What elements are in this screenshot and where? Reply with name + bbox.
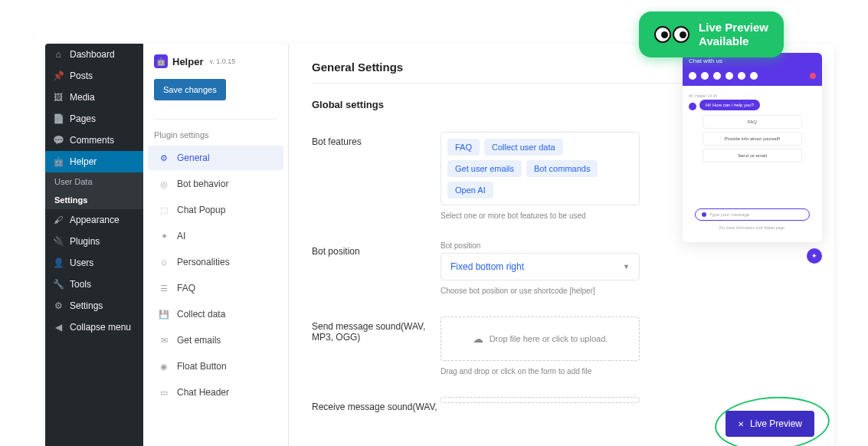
- social-icon: [713, 72, 721, 80]
- main-content: General Settings Global settings Bot fea…: [289, 44, 834, 446]
- plugin-tab-label: General: [177, 152, 210, 163]
- plugin-tab-faq[interactable]: ☰FAQ: [148, 276, 283, 300]
- collapse-icon: ◀: [53, 322, 64, 333]
- plugin-tab-chat-header[interactable]: ▭Chat Header: [148, 380, 283, 405]
- wp-menu-appearance[interactable]: 🖌Appearance: [45, 209, 143, 231]
- dashboard-icon: ⌂: [53, 49, 64, 60]
- plugin-tab-float-button[interactable]: ◉Float Button: [148, 354, 283, 379]
- wp-admin-sidebar: ⌂Dashboard📌Posts🖼Media📄Pages💬Comments🤖He…: [45, 44, 143, 446]
- helper-logo-icon: 🤖: [154, 54, 168, 68]
- wp-menu-pages[interactable]: 📄Pages: [45, 108, 143, 130]
- wp-menu-posts[interactable]: 📌Posts: [45, 65, 143, 87]
- menu-label: Comments: [70, 135, 114, 146]
- chat-bubble: Hi! How can i help you?: [699, 100, 760, 110]
- plugin-tab-label: Chat Header: [177, 387, 229, 398]
- live-preview-label: Live Preview: [750, 418, 802, 429]
- field-bot-position: Bot position Bot position Fixed bottom r…: [312, 241, 811, 295]
- wp-menu-users[interactable]: 👤Users: [45, 252, 143, 274]
- wp-menu-settings[interactable]: ⚙Settings: [45, 295, 143, 316]
- close-icon: ✕: [738, 420, 744, 428]
- wp-menu-dashboard[interactable]: ⌂Dashboard: [45, 44, 143, 65]
- feature-chip[interactable]: Open AI: [447, 182, 493, 198]
- wp-menu-comments[interactable]: 💬Comments: [45, 130, 143, 151]
- plugin-tab-collect-data[interactable]: 💾Collect data: [148, 302, 283, 326]
- plugin-tab-ai[interactable]: ✦AI: [148, 224, 283, 248]
- menu-label: Settings: [70, 300, 103, 311]
- wp-menu-tools[interactable]: 🔧Tools: [45, 274, 143, 295]
- menu-label: Pages: [70, 113, 96, 124]
- live-preview-button-wrap: ✕ Live Preview: [726, 411, 814, 437]
- field-send-sound: Send message sound(WAV, MP3, OGG) ☁ Drop…: [312, 316, 811, 375]
- wp-submenu-user-data[interactable]: User Data: [45, 172, 143, 191]
- social-icon: [689, 72, 696, 80]
- menu-label: Plugins: [70, 236, 100, 247]
- plugin-name: Helper: [172, 56, 203, 67]
- bot-position-select[interactable]: Fixed bottom right ▼: [441, 253, 640, 280]
- settings-icon: ⚙: [53, 300, 64, 311]
- chat-option: Provide info about yourself!: [703, 132, 802, 146]
- hint-text: Select one or more bot features to be us…: [441, 212, 640, 220]
- feature-chip[interactable]: Collect user data: [484, 139, 563, 156]
- wp-submenu-settings[interactable]: Settings: [45, 191, 143, 209]
- send-sound-dropzone[interactable]: ☁ Drop file here or click to upload.: [441, 316, 640, 361]
- popup-icon: ⬚: [159, 205, 169, 215]
- plugin-tab-label: Personalities: [177, 257, 230, 267]
- social-icon: [738, 72, 745, 80]
- plugin-tab-get-emails[interactable]: ✉Get emails: [148, 328, 283, 353]
- wp-menu-collapse-menu[interactable]: ◀Collapse menu: [45, 316, 143, 338]
- receive-sound-dropzone[interactable]: [441, 397, 640, 403]
- ai-icon: ✦: [159, 231, 169, 241]
- field-receive-sound: Receive message sound(WAV,: [312, 397, 811, 412]
- header-icon: ▭: [159, 387, 169, 398]
- plugin-tab-bot-behavior[interactable]: ◎Bot behavior: [148, 172, 283, 196]
- chat-preview-panel: Chat with us Mr. Helper 14:34 Hi! How ca…: [683, 53, 822, 242]
- plugin-version: v. 1.0.15: [209, 57, 235, 65]
- wp-menu-media[interactable]: 🖼Media: [45, 87, 143, 108]
- plugin-tab-label: Bot behavior: [177, 179, 228, 189]
- cloud-upload-icon: ☁: [473, 333, 483, 345]
- plugin-tab-label: AI: [177, 231, 185, 241]
- live-preview-badge-text: Live Preview Available: [699, 21, 768, 48]
- bot-avatar-icon: [689, 103, 696, 110]
- feature-chip[interactable]: FAQ: [447, 139, 480, 156]
- hint-text: Choose bot position or use shortcode [he…: [441, 287, 640, 295]
- menu-label: Media: [70, 92, 95, 103]
- plugins-icon: 🔌: [53, 236, 64, 247]
- pages-icon: 📄: [53, 113, 64, 124]
- faq-icon: ☰: [159, 283, 169, 294]
- field-label: Send message sound(WAV, MP3, OGG): [312, 316, 441, 343]
- menu-label: Helper: [70, 156, 97, 167]
- posts-icon: 📌: [53, 71, 64, 81]
- bot-features-chips[interactable]: FAQCollect user dataGet user emailsBot c…: [441, 132, 640, 205]
- plugin-tab-chat-popup[interactable]: ⬚Chat Popup: [148, 198, 283, 222]
- wp-menu-plugins[interactable]: 🔌Plugins: [45, 231, 143, 252]
- field-label: Bot features: [312, 132, 441, 147]
- feature-chip[interactable]: Get user emails: [447, 160, 522, 177]
- live-preview-badge[interactable]: Live Preview Available: [639, 11, 784, 57]
- chat-option: Send us email: [703, 149, 802, 162]
- plugin-tab-general[interactable]: ⚙General: [148, 146, 283, 170]
- plugin-tab-personalities[interactable]: ☺Personalities: [148, 250, 283, 274]
- float-icon: ◉: [159, 361, 169, 372]
- plugin-section-label: Plugin settings: [143, 127, 288, 146]
- plugin-tab-label: FAQ: [177, 283, 195, 294]
- plugin-tab-label: Get emails: [177, 335, 221, 346]
- users-icon: 👤: [53, 257, 64, 268]
- media-icon: 🖼: [53, 92, 64, 103]
- chevron-down-icon: ▼: [623, 263, 630, 271]
- menu-label: Collapse menu: [70, 322, 131, 333]
- chat-social-icons: [683, 69, 822, 86]
- tools-icon: 🔧: [53, 279, 64, 290]
- feature-chip[interactable]: Bot commands: [526, 160, 598, 177]
- hint-text: Drag and drop or click on the form to ad…: [441, 367, 640, 375]
- chat-fab-icon: ✦: [807, 248, 822, 264]
- save-changes-button[interactable]: Save changes: [154, 79, 226, 100]
- chat-input: Type your message: [695, 208, 810, 221]
- live-preview-button[interactable]: ✕ Live Preview: [726, 411, 814, 437]
- field-label: Bot position: [312, 241, 441, 257]
- close-icon: [810, 73, 816, 79]
- chat-message-meta: Mr. Helper 14:34: [689, 93, 816, 98]
- chat-footer: For more information visit Helper page.: [689, 224, 816, 234]
- field-label: Receive message sound(WAV,: [312, 397, 441, 412]
- wp-menu-helper[interactable]: 🤖Helper: [45, 151, 143, 172]
